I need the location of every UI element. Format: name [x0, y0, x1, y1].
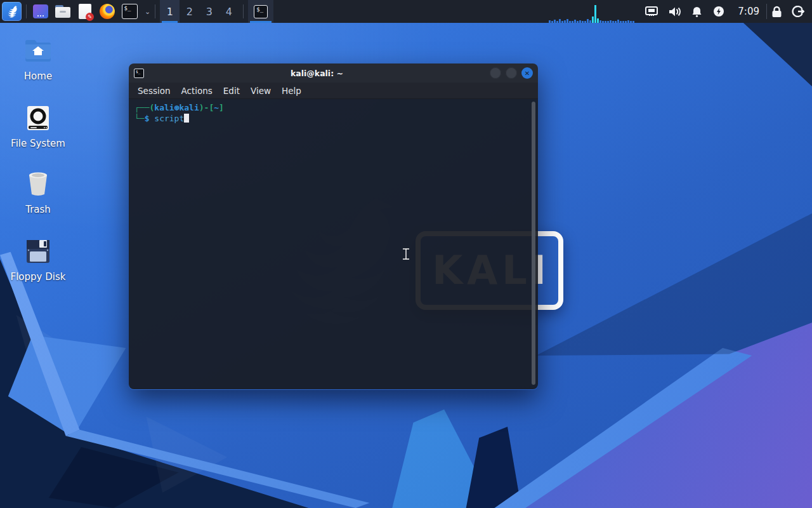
cpu-bar	[622, 21, 624, 23]
window-icon	[134, 69, 144, 78]
cpu-bar	[607, 21, 609, 23]
terminal-cursor	[184, 114, 189, 123]
cpu-bar	[584, 21, 586, 23]
minimize-button[interactable]	[490, 67, 501, 79]
notifications-icon[interactable]	[691, 6, 702, 17]
cpu-bar	[594, 5, 596, 23]
cpu-bar	[605, 21, 606, 23]
cpu-bar	[582, 21, 584, 23]
workspace-3[interactable]: 3	[199, 0, 219, 23]
launcher-bar: ⌄	[32, 3, 150, 20]
desktop-icon-label: Home	[24, 70, 52, 82]
panel-separator	[155, 4, 155, 18]
desktop-icon-file-system[interactable]: File System	[8, 103, 69, 149]
firefox-icon	[100, 4, 115, 19]
menu-edit[interactable]: Edit	[223, 86, 240, 96]
workspace-1[interactable]: 1	[160, 0, 180, 23]
network-icon[interactable]	[645, 6, 658, 17]
workspace-4[interactable]: 4	[219, 0, 239, 23]
workspace-2[interactable]: 2	[180, 0, 199, 23]
document-icon	[79, 4, 91, 19]
text-editor-launcher[interactable]	[77, 3, 93, 20]
cpu-bar	[587, 19, 589, 23]
kali-logo-icon	[6, 5, 18, 18]
menu-help[interactable]: Help	[282, 86, 301, 96]
cpu-bar	[612, 21, 614, 23]
cpu-bar	[577, 21, 579, 23]
cpu-bar	[572, 21, 573, 23]
cpu-bar	[597, 18, 599, 23]
firefox-launcher[interactable]	[99, 3, 115, 20]
home-folder-icon	[23, 36, 53, 66]
cpu-bar	[549, 20, 551, 23]
menu-session[interactable]: Session	[138, 86, 171, 96]
logout-icon[interactable]	[792, 6, 804, 17]
workspace-label: 3	[206, 6, 213, 18]
cpu-bar	[632, 21, 634, 23]
launcher-dropdown-caret[interactable]: ⌄	[145, 8, 150, 16]
typed-command: script	[154, 114, 184, 123]
volume-icon[interactable]	[669, 6, 681, 17]
cpu-bar	[625, 21, 627, 23]
cpu-bar	[592, 17, 594, 23]
desktop-icon	[33, 4, 48, 18]
cpu-bar	[561, 21, 563, 23]
cpu-bar	[602, 21, 604, 23]
cpu-bar	[589, 20, 591, 23]
cpu-bar	[559, 19, 561, 23]
lock-screen-icon[interactable]	[771, 6, 782, 18]
panel-separator	[766, 4, 767, 19]
window-controls	[490, 67, 533, 79]
cpu-history-graph[interactable]	[549, 4, 636, 23]
desktop-icon-trash[interactable]: Trash	[8, 169, 69, 215]
workspace-label: 1	[167, 6, 173, 18]
terminal-icon	[254, 5, 268, 18]
cpu-bar	[599, 20, 601, 23]
power-manager-icon[interactable]	[713, 6, 724, 17]
window-title: kali@kali: ~	[144, 69, 490, 78]
active-underline	[250, 21, 272, 23]
taskbar-item-terminal[interactable]	[248, 0, 273, 23]
ibeam-cursor	[401, 248, 411, 260]
menu-view[interactable]: View	[251, 86, 271, 96]
maximize-button[interactable]	[506, 67, 517, 79]
clock[interactable]: 7:09	[738, 6, 759, 17]
workspace-switcher: 1 2 3 4	[160, 0, 239, 23]
terminal-window: kali@kali: ~ Session Actions Edit View H…	[129, 64, 538, 390]
file-manager-launcher[interactable]	[55, 3, 71, 20]
window-titlebar[interactable]: kali@kali: ~	[129, 64, 538, 83]
active-underline	[162, 21, 178, 23]
desktop-icon-floppy-disk[interactable]: Floppy Disk	[8, 236, 69, 283]
cpu-bar	[579, 20, 581, 23]
menu-actions[interactable]: Actions	[181, 86, 213, 96]
floppy-disk-icon	[23, 236, 53, 267]
status-tray: 7:09	[645, 6, 762, 17]
cpu-bar	[620, 21, 622, 23]
desktop-icon-home[interactable]: Home	[8, 36, 69, 82]
cpu-bar	[556, 21, 558, 23]
top-panel: ⌄ 1 2 3 4 7:09	[0, 0, 812, 23]
desktop-icon-label: File System	[11, 138, 65, 149]
terminal-screen[interactable]: ┌──(kali⊛kali)-[~] └─$ script	[129, 99, 538, 389]
folder-icon	[55, 5, 70, 18]
cpu-bar	[617, 20, 619, 23]
cpu-bar	[564, 20, 566, 23]
cpu-bar	[630, 21, 632, 23]
desktop-icon-label: Floppy Disk	[11, 271, 66, 283]
cpu-bar	[566, 19, 568, 23]
close-button[interactable]	[521, 67, 533, 79]
cpu-bar	[569, 21, 571, 23]
applications-menu-button[interactable]	[2, 2, 22, 21]
cpu-bar	[627, 20, 629, 23]
workspace-label: 4	[226, 6, 232, 18]
prompt-line-1: ┌──(kali⊛kali)-[~]	[134, 102, 538, 113]
workspace-label: 2	[187, 6, 193, 18]
terminal-scrollbar[interactable]	[532, 102, 535, 385]
desktop-icon-label: Trash	[25, 204, 51, 215]
cpu-bar	[610, 20, 612, 23]
terminal-icon	[122, 4, 138, 19]
cpu-bar	[615, 21, 617, 23]
trash-bin-icon	[23, 169, 53, 199]
terminal-launcher[interactable]	[121, 3, 138, 20]
show-desktop-launcher[interactable]	[32, 3, 49, 20]
